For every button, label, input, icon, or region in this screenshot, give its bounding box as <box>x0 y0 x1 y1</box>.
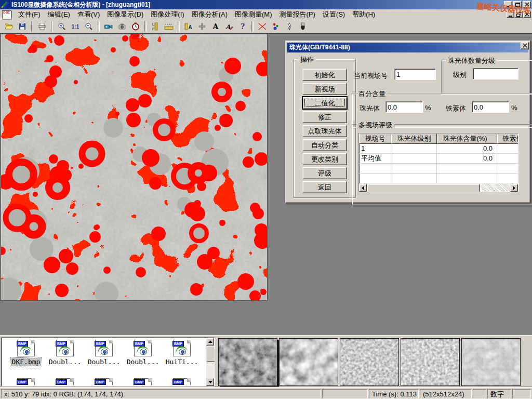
pearlite-dialog: 珠光体(GB/T9441-88) 操作 初始化 新视场 二值化 修正 点取珠光体… <box>285 41 530 203</box>
zoom-in-icon[interactable] <box>56 21 68 32</box>
actual-size-icon[interactable]: 1:1 <box>69 21 82 32</box>
menu-view[interactable]: 查看(V) <box>74 9 103 20</box>
auto-classify-button[interactable]: 自动分类 <box>302 139 347 151</box>
file-item[interactable]: BMP HuiTi... <box>163 340 201 366</box>
table-row[interactable]: 1 0.0 <box>359 144 518 154</box>
app-icon <box>1 1 9 8</box>
bmp-file-icon: BMP <box>56 340 74 356</box>
file-item[interactable]: BMP DKF.bmp <box>7 340 45 366</box>
scrollbar-track[interactable] <box>480 184 510 192</box>
multi-field-table[interactable]: 视场号 珠光体级别 珠光体含量(%) 铁素体 1 0.0 平均值 <box>358 133 518 192</box>
thumbnail-1[interactable] <box>218 338 277 386</box>
file-label[interactable]: DKF.bmp <box>11 358 42 366</box>
rate-button[interactable]: 评级 <box>302 167 347 179</box>
thumbnail-3[interactable] <box>340 338 399 386</box>
classify-balls-icon[interactable] <box>270 21 282 32</box>
pearlite-percent-input[interactable] <box>385 101 423 113</box>
caliper-icon[interactable] <box>149 21 162 32</box>
camera-icon[interactable] <box>116 21 128 32</box>
ruler-icon[interactable] <box>163 21 175 32</box>
text-icon[interactable]: A <box>209 21 222 32</box>
open-icon[interactable] <box>3 21 15 32</box>
menu-image-analysis[interactable]: 图像分析(A) <box>188 9 231 20</box>
menu-settings[interactable]: 设置(S) <box>319 9 349 20</box>
file-item[interactable]: BMP Doubl... <box>85 340 123 366</box>
bmp-file-icon: BMP <box>173 340 191 356</box>
table-horizontal-scrollbar[interactable] <box>359 184 518 192</box>
scrollbar-thumb[interactable] <box>367 184 480 192</box>
multi-field-group: 多视场评级 视场号 珠光体级别 珠光体含量(%) 铁素体 1 0.0 <box>352 124 532 205</box>
image-view[interactable] <box>1 34 267 300</box>
menu-image-process[interactable]: 图像处理(I) <box>147 9 188 20</box>
col-header-ferrite[interactable]: 铁素体 <box>497 134 518 144</box>
toolbar-separator <box>251 21 254 32</box>
pen-icon[interactable] <box>283 21 296 32</box>
scroll-left-icon[interactable] <box>359 184 367 192</box>
scrollbar-thumb[interactable] <box>206 345 215 362</box>
measure-text-icon[interactable]: A <box>182 21 195 32</box>
toolbar-separator <box>178 21 180 32</box>
file-label[interactable]: Doubl... <box>87 358 122 366</box>
file-label[interactable]: Doubl... <box>48 358 83 366</box>
save-icon[interactable] <box>16 21 29 32</box>
file-item[interactable]: BMP <box>163 378 201 385</box>
current-field-input[interactable] <box>394 69 436 80</box>
cell-grade <box>391 144 437 153</box>
video-camera-icon[interactable] <box>102 21 115 32</box>
file-item[interactable]: BMP <box>85 378 123 385</box>
status-mode: 数字 <box>487 389 511 398</box>
file-item[interactable]: BMP <box>124 378 162 385</box>
ferrite-percent-input[interactable] <box>472 101 509 113</box>
file-item[interactable]: BMP <box>7 378 45 385</box>
menu-image-display[interactable]: 图像显示(D) <box>103 9 147 20</box>
return-button[interactable]: 返回 <box>302 181 347 193</box>
grade-group: 珠光体数量分级 级别 <box>441 60 532 94</box>
file-item[interactable]: BMP Doubl... <box>46 340 84 366</box>
file-label[interactable]: HuiTi... <box>165 358 200 366</box>
file-label[interactable]: Doubl... <box>126 358 161 366</box>
menu-file[interactable]: 文件(F) <box>15 9 44 20</box>
col-header-field[interactable]: 视场号 <box>359 134 391 144</box>
timer-clock-icon[interactable] <box>129 21 142 32</box>
app-window: IS100显微摄像系统(金相分析版) - [zhuguangti01] 嘉峪关仪… <box>0 0 532 399</box>
dialog-title-bar[interactable]: 珠光体(GB/T9441-88) <box>287 43 528 52</box>
new-field-button[interactable]: 新视场 <box>302 83 347 95</box>
file-item[interactable]: BMP Doubl... <box>124 340 162 366</box>
col-header-pearlite-content[interactable]: 珠光体含量(%) <box>437 134 497 144</box>
thumbnail-4[interactable] <box>401 338 460 386</box>
curve-cut-icon[interactable] <box>256 21 269 32</box>
brush-icon[interactable] <box>297 21 309 32</box>
correct-button[interactable]: 修正 <box>302 111 347 123</box>
bmp-file-icon: BMP <box>17 340 35 356</box>
zoom-out-icon[interactable] <box>83 21 95 32</box>
grade-input[interactable] <box>473 68 518 79</box>
scroll-right-icon[interactable] <box>510 184 518 192</box>
title-bar: IS100显微摄像系统(金相分析版) - [zhuguangti01] <box>0 0 532 9</box>
pick-pearlite-button[interactable]: 点取珠光体 <box>302 125 347 137</box>
print-icon[interactable] <box>36 21 48 32</box>
crosshair-grid-icon[interactable] <box>196 21 208 32</box>
cell-content: 0.0 <box>437 154 497 163</box>
init-button[interactable]: 初始化 <box>302 69 347 81</box>
thumbnail-5[interactable] <box>461 338 521 386</box>
menu-report[interactable]: 测量报告(P) <box>275 9 318 20</box>
bmp-file-icon: BMP <box>95 378 113 385</box>
file-item[interactable]: BMP <box>46 378 84 385</box>
file-list-scrollbar[interactable] <box>206 338 215 386</box>
menu-help[interactable]: 帮助(H) <box>349 9 379 20</box>
col-header-pearlite-grade[interactable]: 珠光体级别 <box>391 134 437 144</box>
help-icon[interactable]: ? <box>236 21 249 32</box>
table-row[interactable]: 平均值 0.0 <box>359 154 518 164</box>
menu-image-measure[interactable]: 图像测量(M) <box>231 9 276 20</box>
menu-edit[interactable]: 编辑(E) <box>44 9 74 20</box>
dialog-close-icon[interactable] <box>521 42 529 49</box>
thumbnail-2[interactable] <box>279 338 338 386</box>
window-title: IS100显微摄像系统(金相分析版) - [zhuguangti01] <box>11 1 150 9</box>
workspace: 珠光体(GB/T9441-88) 操作 初始化 新视场 二值化 修正 点取珠光体… <box>0 33 532 336</box>
document-icon[interactable]: DOC <box>2 10 11 19</box>
binarize-button[interactable]: 二值化 <box>302 97 347 109</box>
change-class-button[interactable]: 更改类别 <box>302 153 347 165</box>
scroll-up-icon[interactable] <box>206 338 214 345</box>
scroll-down-icon[interactable] <box>206 378 214 386</box>
annotate-icon[interactable]: A <box>223 21 235 32</box>
